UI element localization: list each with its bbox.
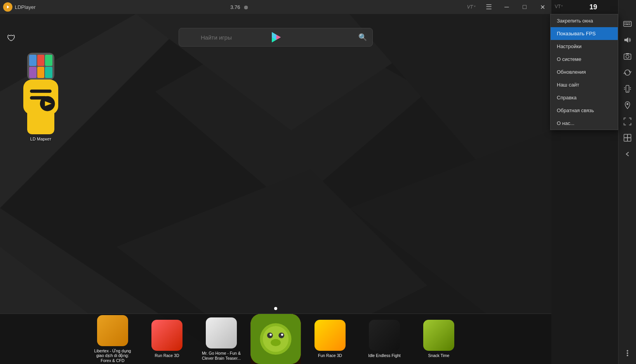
page-dot-1 [274, 307, 277, 310]
dock-item-snack[interactable]: Snack Time [417, 320, 460, 358]
fps-counter: 19 [589, 3, 597, 11]
record-icon[interactable]: ⏺ [243, 4, 249, 10]
vt-badge: VT⁺ [555, 4, 563, 9]
hamburger-button[interactable]: ☰ [480, 0, 498, 14]
playstore-icon [184, 31, 197, 43]
titlebar: LDPlayer 3.76 ⏺ VT⁺ ☰ ─ □ ✕ [0, 0, 551, 14]
search-bar[interactable]: 🔍 [179, 28, 373, 47]
sidebar-fullscreen-icon[interactable] [620, 114, 635, 129]
titlebar-title: LDPlayer [15, 4, 229, 10]
bottom-dock: L Libertex - Ứng dụng giao dịch di động:… [0, 314, 551, 364]
svg-rect-96 [624, 138, 627, 141]
menu-item-pin-window[interactable]: Закрепить окна [551, 14, 618, 27]
desktop-background: 🛡 🔍 [0, 14, 551, 364]
shield-icon: 🛡 [7, 33, 16, 43]
sidebar-back-icon[interactable] [620, 146, 635, 162]
svg-point-98 [627, 350, 628, 352]
svg-rect-97 [627, 138, 631, 141]
minimize-button[interactable]: ─ [498, 0, 516, 14]
menu-item-show-fps[interactable]: Показывать FPS [551, 27, 618, 40]
svg-rect-80 [624, 24, 626, 25]
menu-item-help[interactable]: Справка [551, 91, 618, 104]
svg-rect-94 [624, 134, 627, 138]
svg-rect-86 [626, 53, 629, 54]
svg-point-85 [626, 55, 629, 58]
svg-rect-82 [629, 24, 630, 25]
sidebar-keyboard-icon[interactable] [620, 16, 635, 31]
menu-item-updates[interactable]: Обновления [551, 66, 618, 78]
maximize-button[interactable]: □ [516, 0, 533, 14]
sidebar-rotate-icon[interactable] [620, 65, 635, 80]
svg-rect-79 [629, 23, 630, 23]
app-logo [3, 2, 12, 12]
close-button[interactable]: ✕ [533, 0, 551, 14]
svg-point-93 [626, 103, 628, 105]
svg-rect-84 [624, 54, 631, 59]
menu-item-our-site[interactable]: Наш сайт [551, 78, 618, 91]
titlebar-vt: VT⁺ [467, 4, 475, 10]
titlebar-version: 3.76 [230, 4, 240, 10]
emulator-area: LDPlayer 3.76 ⏺ VT⁺ ☰ ─ □ ✕ [0, 0, 551, 364]
svg-rect-95 [627, 134, 631, 138]
sidebar-location-icon[interactable] [620, 97, 635, 113]
menu-item-feedback[interactable]: Обратная связь [551, 104, 618, 117]
menu-item-about-system[interactable]: О системе [551, 53, 618, 66]
ld-market-icon[interactable]: LD Маркет [23, 107, 58, 141]
sidebar-volume-icon[interactable] [620, 32, 635, 48]
svg-rect-76 [624, 23, 626, 23]
menu-item-about[interactable]: О нас... [551, 117, 618, 130]
svg-rect-75 [624, 21, 631, 26]
svg-point-100 [627, 355, 628, 356]
svg-rect-77 [626, 23, 627, 23]
page-indicator [274, 305, 277, 312]
sidebar-screenshot-icon[interactable] [620, 49, 635, 64]
svg-rect-81 [626, 24, 629, 25]
sidebar-shake-icon[interactable] [620, 81, 635, 97]
menu-item-settings[interactable]: Настройки [551, 40, 618, 53]
sidebar-multiwindow-icon[interactable] [620, 130, 635, 146]
svg-marker-83 [624, 37, 628, 43]
right-sidebar [618, 0, 636, 364]
desktop-icons: Приложения системы LD Маркет [23, 53, 58, 141]
svg-point-99 [627, 352, 628, 354]
svg-rect-78 [627, 23, 629, 23]
ld-market-img [27, 107, 54, 134]
snack-icon [423, 320, 454, 351]
dropdown-menu: Закрепить окна Показывать FPS Настройки … [550, 14, 618, 130]
sidebar-more-icon[interactable] [620, 345, 635, 361]
